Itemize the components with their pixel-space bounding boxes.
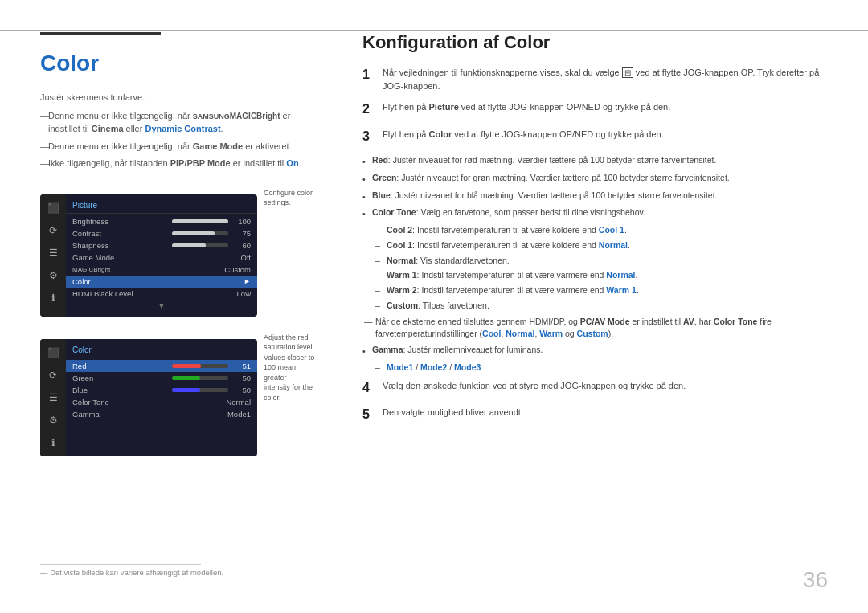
panel2-content: Color Red 51 Green <box>66 339 257 456</box>
arrows-icon: ⟳ <box>46 223 60 238</box>
panel2-note: Adjust the red saturation level. Values … <box>257 326 321 456</box>
intro-text: Justér skærmens tonfarve. <box>40 91 321 104</box>
step-1: 1 Når vejledningen til funktionsknappern… <box>362 66 828 92</box>
step-3-num: 3 <box>362 126 383 147</box>
panel1-row-magicbright: MAGICBright Custom <box>66 264 257 276</box>
left-column: Color Justér skærmens tonfarve. Denne me… <box>40 32 346 589</box>
panel1-row-hdmi: HDMI Black Level Low <box>66 288 257 300</box>
sub-normal: – Normal: Vis standardfarvetonen. <box>362 255 828 268</box>
footer-note: — Det viste billede kan variere afhængig… <box>40 568 223 577</box>
right-column: Konfiguration af Color 1 Når vejledninge… <box>362 32 828 589</box>
panel2-row-red: Red 51 <box>66 360 257 372</box>
step-4-num: 4 <box>362 378 383 398</box>
top-line <box>0 30 868 31</box>
panel2-row-colortone: Color Tone Normal <box>66 396 257 408</box>
gear-icon: ⚙ <box>46 268 60 283</box>
footer-line <box>40 564 201 565</box>
steps-container: 1 Når vejledningen til funktionsknappern… <box>362 66 828 425</box>
monitor-icon: ⬛ <box>46 201 60 215</box>
sub-custom: – Custom: Tilpas farvetonen. <box>362 300 828 313</box>
page-number: 36 <box>803 567 828 593</box>
panel-picture: ⬛ ⟳ ☰ ⚙ ℹ Picture Brightness <box>40 182 321 317</box>
bullet-green: • Green: Justér niveauet for grøn mætnin… <box>362 172 828 186</box>
right-title: Konfiguration af Color <box>362 32 828 53</box>
panel1-note: Configure color settings. <box>257 182 321 317</box>
note-hdmi: — Når de eksterne enhed tilsluttes genne… <box>362 316 828 341</box>
bullet-blue: • Blue: Justér niveauet for blå mætning.… <box>362 190 828 204</box>
panel1-row-gamemode: Game Mode Off <box>66 251 257 264</box>
step-5-text: Den valgte mulighed bliver anvendt. <box>383 406 828 419</box>
panel1-row-brightness: Brightness 100 <box>66 215 257 227</box>
panel2-header: Color <box>66 344 257 358</box>
bullet-1: Denne menu er ikke tilgængelig, når SAMS… <box>40 109 321 136</box>
bullet-3: Ikke tilgængelig, når tilstanden PIP/PBP… <box>40 157 321 170</box>
panel1-row-contrast: Contrast 75 <box>66 227 257 239</box>
gear-icon-2: ⚙ <box>46 413 60 427</box>
panel2-sidebar: ⬛ ⟳ ☰ ⚙ ℹ <box>40 339 66 456</box>
panel2-row-blue: Blue 50 <box>66 384 257 396</box>
bullet-2: Denne menu er ikke tilgængelig, når Game… <box>40 140 321 153</box>
info-icon: ℹ <box>46 291 60 305</box>
info-icon-2: ℹ <box>46 435 60 450</box>
panel1-header: Picture <box>66 199 257 214</box>
step-4: 4 Vælg den ønskede funktion ved at styre… <box>362 379 828 398</box>
panel1-row-sharpness: Sharpness 60 <box>66 239 257 251</box>
panel1-row-color: Color ► <box>66 276 257 288</box>
bullet-gamma: • Gamma: Justér mellemniveauet for lumin… <box>362 344 828 358</box>
arrows-icon-2: ⟳ <box>46 368 60 382</box>
step-5-num: 5 <box>362 404 383 425</box>
sub-gamma-modes: – Mode1 / Mode2 / Mode3 <box>362 362 828 374</box>
sub-cool1: – Cool 1: Indstil farvetemperaturen til … <box>362 239 828 252</box>
column-divider <box>354 32 354 589</box>
step-5: 5 Den valgte mulighed bliver anvendt. <box>362 406 828 425</box>
section-title: Color <box>40 51 321 76</box>
left-top-accent <box>40 32 161 35</box>
step-3: 3 Flyt hen på Color ved at flytte JOG-kn… <box>362 128 828 147</box>
lines-icon-2: ☰ <box>46 390 60 405</box>
step-1-text: Når vejledningen til funktionsknapperne … <box>383 66 828 92</box>
step-3-text: Flyt hen på Color ved at flytte JOG-knap… <box>383 128 828 141</box>
sub-warm1: – Warm 1: Indstil farvetemperaturen til … <box>362 269 828 282</box>
panel1-content: Picture Brightness 100 Contrast <box>66 194 257 317</box>
step-2: 2 Flyt hen på Picture ved at flytte JOG-… <box>362 100 828 120</box>
step-1-num: 1 <box>362 64 383 85</box>
step-2-text: Flyt hen på Picture ved at flytte JOG-kn… <box>383 100 828 114</box>
monitor-icon-2: ⬛ <box>46 345 60 360</box>
bullet-red: • Red: Justér niveauet for rød mætning. … <box>362 154 828 169</box>
bullets-section: • Red: Justér niveauet for rød mætning. … <box>362 154 828 374</box>
panel-color: ⬛ ⟳ ☰ ⚙ ℹ Color Red <box>40 326 321 456</box>
bullet-colortone: • Color Tone: Vælg en farvetone, som pas… <box>362 206 828 221</box>
panel2-row-gamma: Gamma Mode1 <box>66 408 257 420</box>
panel1-sidebar: ⬛ ⟳ ☰ ⚙ ℹ <box>40 194 66 317</box>
sub-cool2: – Cool 2: Indstil farvetemperaturen til … <box>362 224 828 237</box>
panel2-row-green: Green 50 <box>66 372 257 384</box>
lines-icon: ☰ <box>46 246 60 260</box>
step-4-text: Vælg den ønskede funktion ved at styre m… <box>383 379 828 393</box>
step-2-num: 2 <box>362 99 383 120</box>
sub-warm2: – Warm 2: Indstil farvetemperaturen til … <box>362 284 828 297</box>
